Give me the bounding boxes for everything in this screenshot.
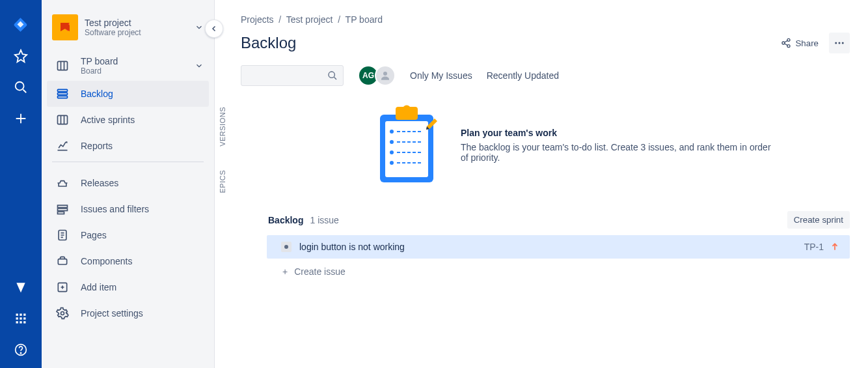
svg-rect-22 <box>58 259 66 264</box>
svg-point-39 <box>390 140 394 144</box>
sidebar-item-sublabel: Board <box>81 66 118 76</box>
svg-point-41 <box>390 150 394 154</box>
sidebar-item-active-sprints[interactable]: Active sprints <box>42 107 214 133</box>
breadcrumb-projects[interactable]: Projects <box>241 14 274 25</box>
notifications-icon[interactable] <box>8 274 34 300</box>
svg-rect-14 <box>58 89 68 91</box>
create-issue-button[interactable]: + Create issue <box>241 259 850 277</box>
clipboard-illustration-icon <box>371 103 442 188</box>
apps-icon[interactable] <box>8 305 34 332</box>
svg-point-32 <box>383 72 387 76</box>
search-icon[interactable] <box>8 74 34 100</box>
issue-row[interactable]: login button is not working TP-1 <box>267 235 850 259</box>
sidebar-item-label: Releases <box>81 178 118 188</box>
backlog-issue-count: 1 issue <box>310 215 338 225</box>
svg-rect-4 <box>16 317 18 319</box>
issue-key[interactable]: TP-1 <box>804 242 824 252</box>
issues-icon <box>55 201 70 217</box>
sidebar-item-label: Backlog <box>81 89 113 99</box>
svg-rect-7 <box>16 321 18 323</box>
page-icon <box>55 227 70 243</box>
releases-icon <box>55 175 70 191</box>
sidebar-item-label: Pages <box>81 230 107 240</box>
hero-body: The backlog is your team's to-do list. C… <box>461 142 773 163</box>
more-actions-button[interactable] <box>829 33 850 53</box>
sidebar-item-pages[interactable]: Pages <box>42 222 214 248</box>
sidebar-item-label: Issues and filters <box>81 204 149 214</box>
help-icon[interactable] <box>8 337 34 363</box>
empty-state-hero: Plan your team's work The backlog is you… <box>371 103 850 188</box>
svg-rect-20 <box>58 212 64 214</box>
sidebar-item-releases[interactable]: Releases <box>42 170 214 196</box>
unassigned-avatar-icon[interactable] <box>375 65 396 86</box>
project-type: Software project <box>85 28 141 37</box>
backlog-icon <box>55 86 70 102</box>
reports-icon <box>55 138 70 154</box>
svg-point-27 <box>787 45 790 48</box>
sidebar-item-label: Components <box>81 256 132 266</box>
project-name: Test project <box>85 18 141 28</box>
page-title: Backlog <box>241 34 776 52</box>
add-item-icon <box>55 279 70 295</box>
components-icon <box>55 253 70 269</box>
sidebar-item-label: TP board <box>81 56 118 66</box>
share-button[interactable]: Share <box>776 34 824 52</box>
svg-point-29 <box>839 42 841 44</box>
svg-point-24 <box>61 312 64 315</box>
sidebar-item-components[interactable]: Components <box>42 248 214 274</box>
sidebar-item-label: Active sprints <box>81 115 135 125</box>
sidebar-item-issues[interactable]: Issues and filters <box>42 196 214 222</box>
svg-rect-8 <box>20 321 21 323</box>
search-icon <box>327 70 338 81</box>
svg-point-0 <box>16 82 24 91</box>
sidebar-item-label: Project settings <box>81 308 143 318</box>
epics-panel-toggle[interactable]: EPICS <box>219 170 226 193</box>
project-sidebar: Test project Software project TP board B… <box>42 0 215 368</box>
sidebar-item-backlog[interactable]: Backlog <box>47 81 209 107</box>
svg-point-28 <box>835 42 837 44</box>
create-icon[interactable] <box>8 106 34 132</box>
recently-updated-filter[interactable]: Recently Updated <box>487 70 559 81</box>
columns-icon <box>55 112 70 128</box>
svg-point-30 <box>842 42 844 44</box>
project-switcher[interactable]: Test project Software project <box>42 12 214 51</box>
assignee-filter[interactable]: AG <box>358 65 396 86</box>
svg-rect-2 <box>20 314 21 316</box>
jira-logo-icon[interactable] <box>8 12 34 38</box>
hero-title: Plan your team's work <box>461 128 773 138</box>
create-sprint-button[interactable]: Create sprint <box>787 211 850 229</box>
share-icon <box>781 38 791 48</box>
plus-icon: + <box>282 266 288 277</box>
svg-point-11 <box>20 352 21 353</box>
chevron-down-icon <box>195 23 204 32</box>
svg-point-43 <box>390 161 394 165</box>
sidebar-item-project-settings[interactable]: Project settings <box>42 300 214 326</box>
collapse-sidebar-button[interactable] <box>205 20 223 38</box>
sidebar-item-add-item[interactable]: Add item <box>42 274 214 300</box>
svg-rect-1 <box>16 314 18 316</box>
search-input[interactable] <box>241 65 344 86</box>
svg-rect-13 <box>58 61 68 70</box>
project-avatar-icon <box>52 14 78 40</box>
versions-panel-toggle[interactable]: VERSIONS <box>219 107 226 147</box>
only-my-issues-filter[interactable]: Only My Issues <box>410 70 472 81</box>
chevron-down-icon <box>195 61 204 70</box>
main-content: VERSIONS EPICS Projects / Test project /… <box>215 0 868 368</box>
star-icon[interactable] <box>8 43 34 69</box>
issue-type-icon <box>281 242 292 252</box>
breadcrumb-board[interactable]: TP board <box>346 14 383 25</box>
svg-point-37 <box>390 130 394 134</box>
svg-rect-5 <box>20 317 21 319</box>
svg-rect-3 <box>23 314 25 316</box>
svg-point-31 <box>329 72 334 78</box>
create-issue-label: Create issue <box>294 266 346 277</box>
svg-rect-16 <box>58 96 68 98</box>
breadcrumb-project[interactable]: Test project <box>286 14 333 25</box>
more-icon <box>834 37 845 49</box>
priority-icon <box>830 242 839 251</box>
backlog-section-title: Backlog <box>268 215 303 225</box>
sidebar-item-board[interactable]: TP board Board <box>42 51 214 81</box>
svg-rect-15 <box>58 92 68 94</box>
svg-rect-19 <box>58 208 68 210</box>
sidebar-item-reports[interactable]: Reports <box>42 133 214 159</box>
